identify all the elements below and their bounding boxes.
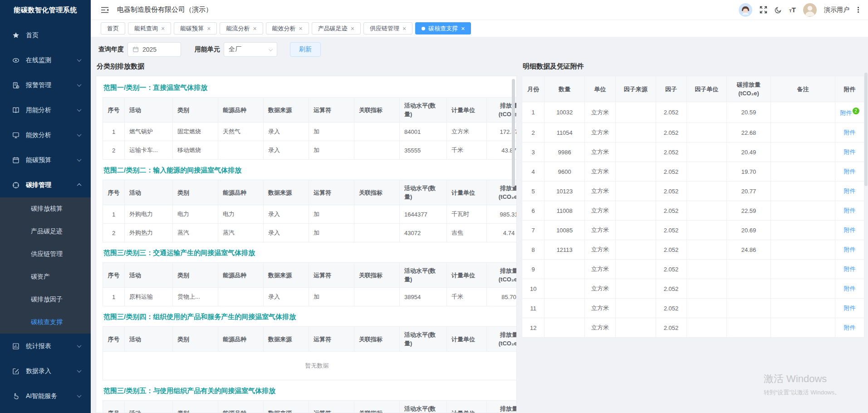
attachment-link[interactable]: 附件 xyxy=(844,246,856,253)
chevron-down-icon xyxy=(77,157,82,162)
column-header: 活动水平(数量) xyxy=(400,98,447,123)
cell xyxy=(687,182,727,201)
sidebar-item-alarm-mgmt[interactable]: 报警管理 xyxy=(0,73,91,98)
sidebar-subitem-product-footprint[interactable]: 产品碳足迹 xyxy=(0,220,91,243)
attachment-link[interactable]: 附件 xyxy=(840,109,852,116)
tab-close-icon[interactable]: × xyxy=(207,25,211,32)
tab-energy-flow[interactable]: 能流分析× xyxy=(220,22,263,34)
column-header: 排放量(tCO₂e) xyxy=(487,263,517,288)
fullscreen-icon[interactable] xyxy=(760,6,767,14)
sidebar-subitem-carbon-accounting[interactable]: 碳排放核算 xyxy=(0,197,91,220)
attachment-link[interactable]: 附件 xyxy=(844,305,856,311)
attachment-link[interactable]: 附件 xyxy=(844,285,856,292)
cell: 8 xyxy=(522,240,544,260)
column-header: 计量单位 xyxy=(447,180,487,205)
attachment-link[interactable]: 附件 xyxy=(844,168,856,175)
attachment-link[interactable]: 附件 xyxy=(844,207,856,214)
assistant-avatar[interactable] xyxy=(739,3,752,17)
tab-close-icon[interactable]: × xyxy=(299,25,303,32)
sidebar-item-carbon-budget[interactable]: 能碳预算 xyxy=(0,148,91,172)
sidebar-item-ai-service[interactable]: AI智能服务 xyxy=(0,384,91,408)
sidebar-item-online-monitor[interactable]: 在线监测 xyxy=(0,48,91,73)
tab-home[interactable]: 首页 xyxy=(101,22,125,34)
font-size-icon[interactable]: TT xyxy=(789,6,796,13)
column-header: 类别 xyxy=(173,180,218,205)
tab-carbon-budget[interactable]: 能碳预算× xyxy=(174,22,217,34)
column-header: 类别 xyxy=(173,263,218,288)
dark-mode-moon-icon[interactable] xyxy=(775,6,782,14)
cell xyxy=(615,318,656,338)
sidebar-subitem-carbon-audit[interactable]: 碳核查支撑 xyxy=(0,311,91,334)
sidebar-item-label: 报警管理 xyxy=(26,81,78,89)
column-header: 计量单位 xyxy=(447,98,487,123)
cell: 2.052 xyxy=(656,201,687,221)
chevron-down-icon xyxy=(77,343,82,348)
attachment-link[interactable]: 附件 xyxy=(844,226,856,233)
tab-energy-query[interactable]: 能耗查询× xyxy=(128,22,171,34)
tab-close-icon[interactable]: × xyxy=(351,25,354,32)
user-avatar[interactable] xyxy=(803,3,817,17)
column-header: 计量单位 xyxy=(447,263,487,288)
attachment-cell: 附件 xyxy=(835,162,864,182)
cell xyxy=(354,141,400,160)
tab-product-footprint[interactable]: 产品碳足迹× xyxy=(312,22,361,34)
cell: 立方米 xyxy=(447,123,487,141)
tab-carbon-audit[interactable]: 碳核查支撑× xyxy=(415,22,471,34)
cell: 22.59 xyxy=(727,201,771,221)
energy-unit-select[interactable]: 全厂 xyxy=(224,42,277,57)
column-header: 数据来源 xyxy=(264,327,309,352)
cell: 10123 xyxy=(544,182,585,201)
sidebar-item-data-entry[interactable]: 数据录入 xyxy=(0,359,91,384)
refresh-button[interactable]: 刷新 xyxy=(290,42,321,57)
tab-supply-chain[interactable]: 供应链管理× xyxy=(363,22,412,34)
cell xyxy=(687,102,727,123)
sidebar-item-carbon-mgmt[interactable]: 碳排管理 xyxy=(0,172,91,197)
column-header: 序号 xyxy=(103,327,125,352)
cell: 固定燃烧 xyxy=(173,123,218,141)
cell xyxy=(354,224,400,242)
cell: 外购热力 xyxy=(125,224,173,242)
section-title: 范围三/类别五：与使用组织产品有关的间接温室气体排放 xyxy=(103,387,509,395)
cell: 20.77 xyxy=(727,182,771,201)
user-name[interactable]: 演示用户 xyxy=(824,6,849,14)
app-title: 能碳数智化管理系统 xyxy=(0,0,91,20)
attachment-link[interactable]: 附件 xyxy=(844,187,856,194)
attachment-link[interactable]: 附件 xyxy=(844,324,856,331)
attachment-link[interactable]: 附件 xyxy=(844,148,856,155)
cell: 录入 xyxy=(264,141,309,160)
sidebar-subitem-supply-chain[interactable]: 供应链管理 xyxy=(0,243,91,266)
panels: 分类别排放数据 范围一/类别一：直接温室气体排放序号活动类别能源品种数据来源运算… xyxy=(96,58,864,413)
cell xyxy=(687,162,727,182)
cell: 2.052 xyxy=(656,260,687,279)
tab-efficiency-analysis[interactable]: 能效分析× xyxy=(266,22,309,34)
sidebar-item-home[interactable]: 首页 xyxy=(0,23,91,48)
sidebar-subitem-emission-factor[interactable]: 碳排放因子 xyxy=(0,288,91,311)
cell: 电力 xyxy=(173,205,218,224)
cell xyxy=(218,288,264,306)
cell: 1644377 xyxy=(400,205,447,224)
year-date-input[interactable]: 2025 xyxy=(128,42,181,57)
more-options-icon[interactable] xyxy=(857,6,860,14)
monitor-icon xyxy=(12,131,20,139)
collapse-menu-icon[interactable] xyxy=(101,7,109,13)
column-header: 因子单位 xyxy=(687,76,727,102)
chevron-down-icon xyxy=(77,82,82,87)
page-scrollbar[interactable] xyxy=(864,73,868,186)
attachment-link[interactable]: 附件 xyxy=(844,129,856,136)
sidebar-item-efficiency-analysis[interactable]: 能效分析 xyxy=(0,123,91,148)
sidebar-subitem-carbon-asset[interactable]: 碳资产 xyxy=(0,266,91,288)
detail-row: 11立方米2.052附件 xyxy=(522,299,864,318)
cell xyxy=(687,260,727,279)
tab-close-icon[interactable]: × xyxy=(461,25,465,32)
cell: 1 xyxy=(103,205,125,224)
tab-close-icon[interactable]: × xyxy=(253,25,256,32)
sidebar-item-stat-report[interactable]: 统计报表 xyxy=(0,334,91,359)
left-panel-scrollbar[interactable] xyxy=(512,79,515,187)
sidebar-item-energy-analysis[interactable]: 用能分析 xyxy=(0,98,91,123)
column-header: 运算符 xyxy=(309,180,354,205)
tab-close-icon[interactable]: × xyxy=(161,25,165,32)
cell: 2 xyxy=(103,224,125,242)
tab-close-icon[interactable]: × xyxy=(402,25,406,32)
attachment-link[interactable]: 附件 xyxy=(844,266,856,272)
detail-row: 211054立方米2.05222.68附件 xyxy=(522,123,864,143)
